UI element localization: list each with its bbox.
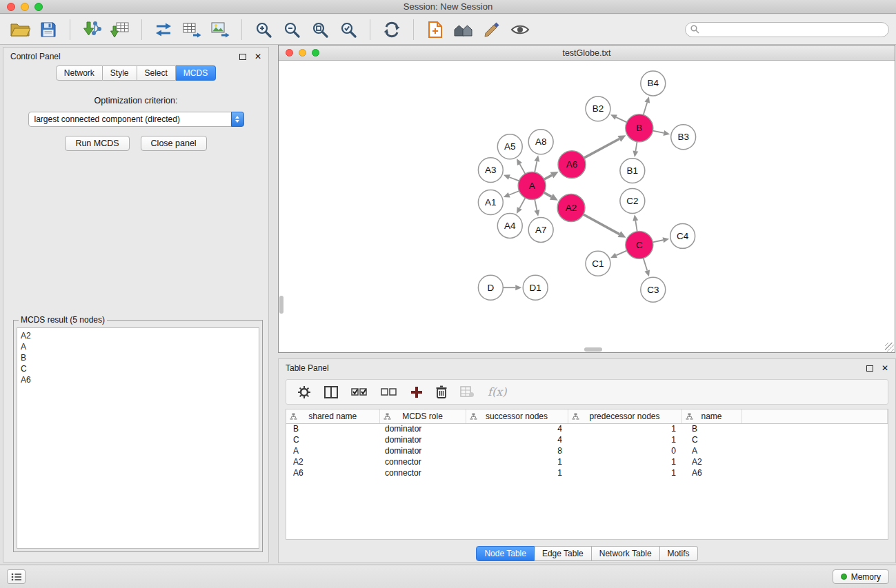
table-row[interactable]: Bdominator41B: [286, 423, 888, 434]
node-A4[interactable]: A4: [497, 213, 522, 238]
save-session-button[interactable]: [35, 18, 61, 41]
column-header-mcds-role[interactable]: MCDS role: [379, 409, 466, 423]
list-item[interactable]: A6: [21, 374, 255, 385]
memory-button[interactable]: Memory: [833, 569, 889, 584]
node-C2[interactable]: C2: [620, 189, 645, 214]
task-history-button[interactable]: [7, 569, 26, 584]
resize-grip[interactable]: [885, 343, 894, 352]
list-item[interactable]: C: [21, 363, 255, 374]
edge-A-A4[interactable]: [519, 198, 525, 208]
edge-A-A3[interactable]: [509, 177, 519, 181]
edge-A-A5[interactable]: [519, 164, 525, 174]
node-A8[interactable]: A8: [528, 130, 553, 154]
tab-style[interactable]: Style: [103, 65, 137, 81]
node-A7[interactable]: A7: [528, 217, 553, 242]
edge-C-C2[interactable]: [635, 221, 637, 232]
edge-B-B3[interactable]: [653, 131, 664, 133]
close-window-button[interactable]: [7, 3, 15, 11]
criterion-dropdown[interactable]: largest connected component (directed): [28, 112, 244, 127]
node-D1[interactable]: D1: [523, 275, 548, 300]
node-A5[interactable]: A5: [497, 134, 522, 159]
show-columns-button[interactable]: [324, 386, 338, 398]
edge-A-A6[interactable]: [544, 175, 552, 179]
open-session-button[interactable]: [7, 18, 33, 41]
minimize-network-window-button[interactable]: [299, 49, 306, 57]
export-image-button[interactable]: [207, 18, 233, 41]
zoom-window-button[interactable]: [34, 3, 43, 11]
table-settings-button[interactable]: [297, 385, 311, 399]
export-table-button[interactable]: [179, 18, 205, 41]
zoom-fit-button[interactable]: [307, 18, 333, 41]
network-graph[interactable]: B4B2BB3A8A5A6A3B1AC2A1A2A4A7C4CC1C3DD1: [279, 61, 895, 352]
vertical-scroll-indicator[interactable]: [279, 296, 283, 314]
style-button[interactable]: [479, 18, 505, 41]
deselect-all-button[interactable]: [381, 387, 397, 397]
apply-layout-button[interactable]: [379, 18, 405, 41]
column-header-predecessor-nodes[interactable]: predecessor nodes: [568, 409, 681, 423]
node-A3[interactable]: A3: [478, 158, 503, 183]
import-network-button[interactable]: [79, 18, 105, 41]
run-mcds-button[interactable]: Run MCDS: [65, 136, 129, 151]
tab-select[interactable]: Select: [137, 65, 176, 81]
edge-A-A8[interactable]: [535, 161, 537, 172]
table-row[interactable]: Cdominator41C: [286, 434, 888, 445]
zoom-selected-button[interactable]: [335, 18, 361, 41]
network-canvas[interactable]: B4B2BB3A8A5A6A3B1AC2A1A2A4A7C4CC1C3DD1: [279, 61, 895, 352]
search-input[interactable]: [685, 22, 889, 37]
edge-A-A7[interactable]: [535, 199, 537, 210]
close-panel-icon[interactable]: ✕: [882, 364, 888, 372]
node-B1[interactable]: B1: [620, 159, 645, 183]
edge-A2-C[interactable]: [584, 214, 619, 234]
delete-column-button[interactable]: [436, 385, 447, 399]
network-window-titlebar[interactable]: testGlobe.txt: [279, 45, 895, 61]
horizontal-scroll-indicator[interactable]: [584, 347, 602, 352]
node-B2[interactable]: B2: [586, 97, 610, 121]
table-row[interactable]: A6connector11A6: [286, 467, 888, 478]
tab-edge-table[interactable]: Edge Table: [535, 546, 592, 561]
import-table-button[interactable]: [107, 18, 133, 41]
close-network-window-button[interactable]: [286, 49, 293, 57]
zoom-in-button[interactable]: [250, 18, 277, 41]
tab-mcds[interactable]: MCDS: [176, 65, 216, 81]
edge-A-A1[interactable]: [509, 191, 519, 195]
edge-A6-B[interactable]: [584, 139, 619, 158]
edge-B-B4[interactable]: [644, 103, 648, 115]
node-C1[interactable]: C1: [586, 251, 610, 276]
node-B4[interactable]: B4: [641, 71, 666, 96]
node-A[interactable]: A: [518, 172, 546, 200]
column-header-shared-name[interactable]: shared name: [286, 409, 379, 423]
list-item[interactable]: B: [21, 352, 255, 363]
select-all-button[interactable]: [351, 387, 368, 397]
float-panel-icon[interactable]: [866, 365, 873, 372]
tab-network-table[interactable]: Network Table: [592, 546, 660, 561]
node-C3[interactable]: C3: [641, 277, 666, 302]
show-hide-button[interactable]: [507, 18, 533, 41]
node-A2[interactable]: A2: [557, 194, 585, 222]
create-column-button[interactable]: [410, 386, 423, 398]
node-B[interactable]: B: [626, 114, 653, 142]
edge-C-C1[interactable]: [616, 251, 626, 256]
column-header-name[interactable]: name: [681, 409, 741, 423]
list-item[interactable]: A: [21, 341, 255, 352]
column-header-successor-nodes[interactable]: successor nodes: [466, 409, 568, 423]
edge-C-C3[interactable]: [644, 258, 648, 270]
table-row[interactable]: Adominator80A: [286, 445, 888, 456]
zoom-network-window-button[interactable]: [312, 49, 319, 57]
zoom-out-button[interactable]: [279, 18, 305, 41]
node-B3[interactable]: B3: [671, 125, 696, 150]
tab-network[interactable]: Network: [56, 65, 103, 81]
tab-node-table[interactable]: Node Table: [476, 546, 535, 561]
node-D[interactable]: D: [478, 275, 503, 300]
node-C[interactable]: C: [626, 231, 653, 258]
home-button[interactable]: [450, 18, 477, 41]
node-C4[interactable]: C4: [670, 223, 695, 248]
close-panel-icon[interactable]: ✕: [255, 52, 261, 61]
node-A1[interactable]: A1: [478, 190, 503, 215]
node-A6[interactable]: A6: [558, 151, 586, 179]
edge-C-C4[interactable]: [653, 240, 663, 242]
float-panel-icon[interactable]: [239, 54, 246, 60]
export-network-button[interactable]: [150, 18, 177, 41]
table-row[interactable]: A2connector11A2: [286, 456, 888, 467]
edge-B-B2[interactable]: [616, 117, 627, 122]
first-neighbors-button[interactable]: [422, 18, 448, 41]
